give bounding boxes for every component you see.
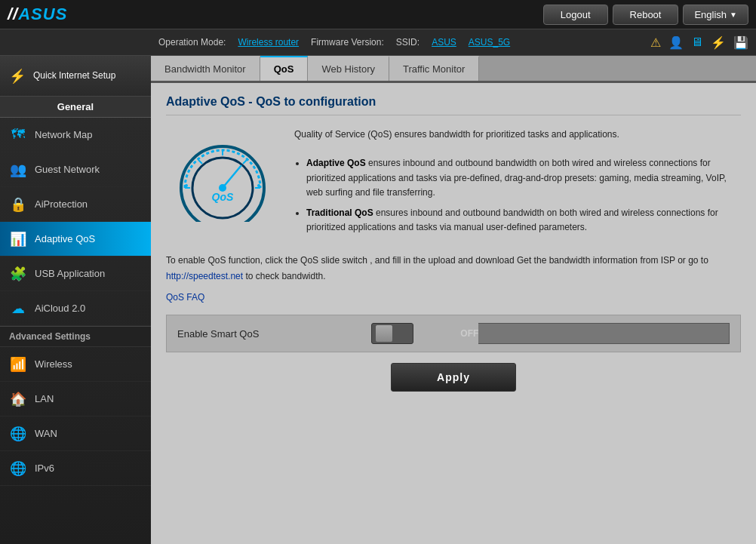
sidebar-item-aicloud[interactable]: ☁ AiCloud 2.0 xyxy=(0,291,151,326)
sidebar-item-lan[interactable]: 🏠 LAN xyxy=(0,382,151,416)
sidebar-label-lan: LAN xyxy=(35,393,54,404)
feature-list: Adaptive QoS ensures inbound and outboun… xyxy=(294,156,741,235)
tab-bandwidth-monitor[interactable]: Bandwidth Monitor xyxy=(151,56,260,81)
info-section: QoS Quality of Service (QoS) ensures ban… xyxy=(166,128,741,241)
warning-icon: ⚠ xyxy=(650,35,661,50)
quick-setup-label: Quick Internet Setup xyxy=(33,70,115,82)
qos-gauge-svg: QoS xyxy=(170,131,275,222)
guest-network-icon: 👥 xyxy=(9,161,27,178)
sidebar-item-guest-network[interactable]: 👥 Guest Network xyxy=(0,152,151,187)
top-bar: //ASUS Logout Reboot English ▼ xyxy=(0,0,756,29)
usb-application-icon: 🧩 xyxy=(9,266,27,282)
status-bar: Operation Mode: Wireless router Firmware… xyxy=(0,29,756,56)
smart-qos-label: Enable Smart QoS xyxy=(177,328,356,340)
traditional-qos-strong: Traditional QoS xyxy=(306,207,373,218)
language-label: English xyxy=(694,9,727,20)
reboot-button[interactable]: Reboot xyxy=(613,5,679,25)
sidebar-item-aiprotection[interactable]: 🔒 AiProtection xyxy=(0,187,151,222)
network-map-icon: 🗺 xyxy=(9,127,27,143)
ssid-label: SSID: xyxy=(396,37,419,48)
operation-mode-label: Operation Mode: xyxy=(158,37,226,48)
quick-internet-setup[interactable]: ⚡ Quick Internet Setup xyxy=(0,56,151,97)
lan-icon: 🏠 xyxy=(9,391,27,407)
svg-text:QoS: QoS xyxy=(212,191,234,203)
adaptive-qos-icon: 📊 xyxy=(9,231,27,247)
page-title: Adaptive QoS - QoS to configuration xyxy=(166,95,741,115)
ipv6-icon: 🌐 xyxy=(9,460,27,477)
svg-point-10 xyxy=(185,184,188,187)
quick-setup-icon: ⚡ xyxy=(9,68,26,85)
tab-bar: Bandwidth Monitor QoS Web History Traffi… xyxy=(151,56,756,83)
qos-logo: QoS xyxy=(166,128,279,226)
toggle-state-label: OFF xyxy=(460,328,478,339)
advanced-settings-header: Advanced Settings xyxy=(0,326,151,347)
sidebar-item-adaptive-qos[interactable]: 📊 Adaptive QoS xyxy=(0,222,151,257)
general-section-header: General xyxy=(0,97,151,118)
apply-button[interactable]: Apply xyxy=(391,363,516,392)
usb-icon: ⚡ xyxy=(711,35,726,50)
sidebar-label-aiprotection: AiProtection xyxy=(35,198,88,210)
sidebar-label-guest-network: Guest Network xyxy=(35,164,100,175)
qos-faq-link[interactable]: QoS FAQ xyxy=(166,292,204,303)
sidebar-item-usb-application[interactable]: 🧩 USB Application xyxy=(0,257,151,291)
status-icons: ⚠ 👤 🖥 ⚡ 💾 xyxy=(650,35,748,50)
sidebar-label-wan: WAN xyxy=(35,428,57,439)
top-buttons: Logout Reboot English ▼ xyxy=(543,5,748,25)
smart-qos-row: Enable Smart QoS OFF xyxy=(166,315,741,352)
wan-icon: 🌐 xyxy=(9,426,27,442)
language-button[interactable]: English ▼ xyxy=(683,5,748,25)
sidebar-item-ipv6[interactable]: 🌐 IPv6 xyxy=(0,451,151,486)
svg-line-5 xyxy=(198,160,202,164)
traditional-qos-item: Traditional QoS ensures inbound and outb… xyxy=(306,206,741,235)
sidebar-item-wireless[interactable]: 📶 Wireless xyxy=(0,347,151,382)
tab-traffic-monitor[interactable]: Traffic Monitor xyxy=(389,56,479,81)
svg-line-6 xyxy=(243,160,247,164)
sidebar: ⚡ Quick Internet Setup General 🗺 Network… xyxy=(0,56,151,544)
adaptive-qos-item: Adaptive QoS ensures inbound and outboun… xyxy=(306,156,741,200)
firmware-label: Firmware Version: xyxy=(311,37,384,48)
asus-logo: //ASUS xyxy=(8,5,67,24)
speedtest-link[interactable]: http://speedtest.net xyxy=(166,271,243,281)
sidebar-label-ipv6: IPv6 xyxy=(35,463,54,474)
sidebar-label-adaptive-qos: Adaptive QoS xyxy=(35,233,95,244)
sidebar-label-wireless: Wireless xyxy=(35,358,72,370)
wireless-icon: 📶 xyxy=(9,356,27,373)
extra-text-1: To enable QoS function, click the QoS sl… xyxy=(166,255,708,266)
adaptive-qos-strong: Adaptive QoS xyxy=(306,158,366,168)
toggle-knob xyxy=(376,325,392,342)
content-area: Bandwidth Monitor QoS Web History Traffi… xyxy=(151,56,756,544)
info-text: Quality of Service (QoS) ensures bandwid… xyxy=(294,128,741,241)
ssid-5g-value[interactable]: ASUS_5G xyxy=(469,37,510,48)
adaptive-qos-rest: ensures inbound and outbound bandwidth o… xyxy=(306,158,727,197)
operation-mode-value[interactable]: Wireless router xyxy=(238,37,299,48)
router-icon: 🖥 xyxy=(691,35,703,49)
extra-text-2: to check bandwidth. xyxy=(243,271,325,281)
page-content: Adaptive QoS - QoS to configuration xyxy=(151,83,756,544)
svg-point-11 xyxy=(257,184,260,187)
sidebar-label-network-map: Network Map xyxy=(35,129,93,140)
main-layout: ⚡ Quick Internet Setup General 🗺 Network… xyxy=(0,56,756,544)
sidebar-item-network-map[interactable]: 🗺 Network Map xyxy=(0,118,151,152)
user-icon: 👤 xyxy=(668,35,684,50)
sidebar-label-usb-application: USB Application xyxy=(35,268,105,279)
aicloud-icon: ☁ xyxy=(9,300,27,317)
chevron-down-icon: ▼ xyxy=(730,11,737,19)
ssid-value[interactable]: ASUS xyxy=(432,37,456,48)
apply-button-row: Apply xyxy=(166,363,741,392)
sidebar-label-aicloud: AiCloud 2.0 xyxy=(35,303,85,314)
storage-icon: 💾 xyxy=(733,35,748,50)
toggle-background xyxy=(478,323,730,344)
smart-qos-toggle[interactable] xyxy=(371,323,413,344)
toggle-container: OFF xyxy=(371,323,730,344)
sidebar-item-wan[interactable]: 🌐 WAN xyxy=(0,416,151,451)
logout-button[interactable]: Logout xyxy=(543,5,608,25)
svg-line-7 xyxy=(223,165,241,188)
tab-qos[interactable]: QoS xyxy=(260,56,309,81)
tab-web-history[interactable]: Web History xyxy=(308,56,389,81)
intro-text: Quality of Service (QoS) ensures bandwid… xyxy=(294,128,741,142)
extra-info: To enable QoS function, click the QoS sl… xyxy=(166,253,741,284)
aiprotection-icon: 🔒 xyxy=(9,196,27,213)
